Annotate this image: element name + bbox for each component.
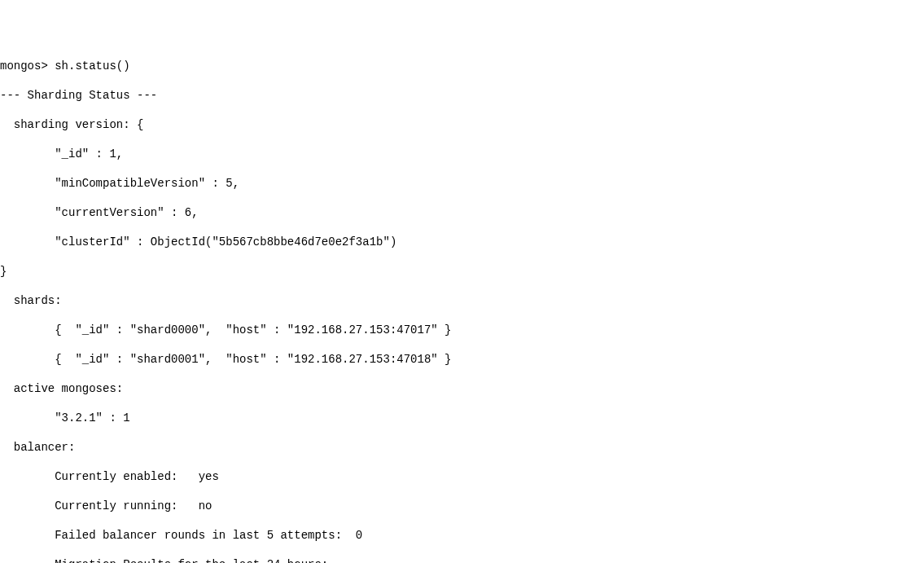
balancer-enabled: Currently enabled: yes: [0, 469, 924, 484]
balancer-label: balancer:: [0, 440, 924, 455]
active-mongoses-value: "3.2.1" : 1: [0, 411, 924, 425]
sharding-version-current: "currentVersion" : 6,: [0, 205, 924, 220]
sharding-version-clusterid: "clusterId" : ObjectId("5b567cb8bbe46d7e…: [0, 235, 924, 249]
active-mongoses-label: active mongoses:: [0, 381, 924, 396]
sharding-version-id: "_id" : 1,: [0, 147, 924, 161]
brace-close: }: [0, 264, 924, 279]
sharding-version-label: sharding version: {: [0, 117, 924, 132]
sharding-version-mincompat: "minCompatibleVersion" : 5,: [0, 176, 924, 191]
prompt-line: mongos> sh.status(): [0, 59, 924, 73]
balancer-migration: Migration Results for the last 24 hours:: [0, 557, 924, 563]
shards-label: shards:: [0, 293, 924, 308]
balancer-running: Currently running: no: [0, 499, 924, 513]
shard-entry-1: { "_id" : "shard0001", "host" : "192.168…: [0, 352, 924, 367]
balancer-failed: Failed balancer rounds in last 5 attempt…: [0, 528, 924, 543]
status-header: --- Sharding Status ---: [0, 88, 924, 103]
shard-entry-0: { "_id" : "shard0000", "host" : "192.168…: [0, 323, 924, 337]
